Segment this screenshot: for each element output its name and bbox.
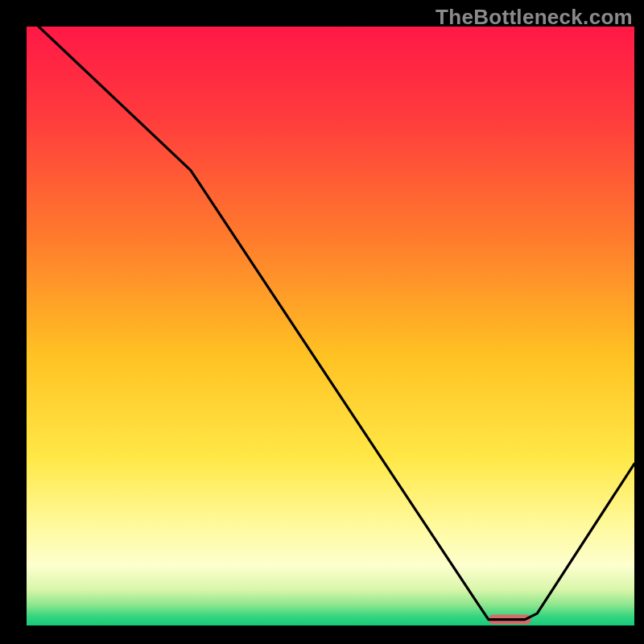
chart-frame: TheBottleneck.com <box>0 0 644 644</box>
gradient-background <box>27 27 634 625</box>
plot-area <box>27 27 634 625</box>
chart-svg <box>27 27 634 625</box>
